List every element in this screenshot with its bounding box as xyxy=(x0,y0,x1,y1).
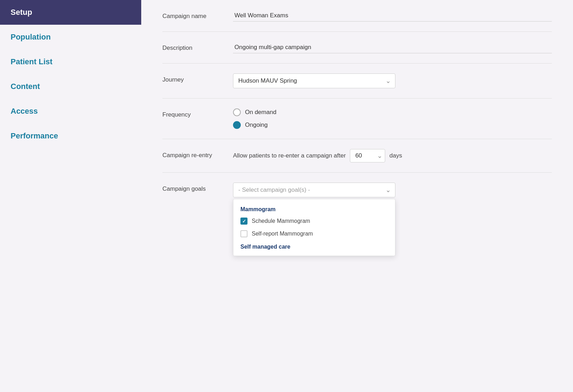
journey-label: Journey xyxy=(162,73,233,83)
sidebar-item-setup[interactable]: Setup xyxy=(0,0,141,25)
goals-dropdown: - Select campaign goal(s) - ⌄ Mammogram … xyxy=(233,183,395,197)
frequency-on-demand[interactable]: On demand xyxy=(233,108,552,116)
campaign-name-field xyxy=(233,10,552,22)
reentry-days-wrapper: 60 ⌄ xyxy=(350,149,385,162)
goals-field: - Select campaign goal(s) - ⌄ Mammogram … xyxy=(233,183,552,197)
journey-section: Journey Hudson MAUV Spring ⌄ xyxy=(162,64,552,99)
reentry-suffix: days xyxy=(389,152,402,159)
journey-field: Hudson MAUV Spring ⌄ xyxy=(233,73,552,88)
goals-option-schedule-mammogram-label: Schedule Mammogram xyxy=(252,218,310,224)
frequency-radio-group: On demand Ongoing xyxy=(233,108,552,129)
campaign-name-section: Campaign name xyxy=(162,0,552,32)
sidebar-label-performance: Performance xyxy=(11,131,58,140)
description-section: Description xyxy=(162,32,552,64)
radio-on-demand-icon xyxy=(233,108,241,116)
goals-group-mammogram-label: Mammogram xyxy=(233,203,395,215)
reentry-field: Allow patients to re-enter a campaign af… xyxy=(233,149,552,162)
main-content: Campaign name Description Journey Hudson… xyxy=(141,0,573,392)
sidebar-item-content[interactable]: Content xyxy=(0,74,141,99)
sidebar-item-access[interactable]: Access xyxy=(0,99,141,124)
goals-chevron-icon: ⌄ xyxy=(386,186,391,194)
goals-placeholder: - Select campaign goal(s) - xyxy=(238,186,310,193)
sidebar-label-setup: Setup xyxy=(11,8,32,17)
sidebar-item-population[interactable]: Population xyxy=(0,25,141,49)
reentry-days-value: 60 xyxy=(355,152,362,159)
reentry-section: Campaign re-entry Allow patients to re-e… xyxy=(162,139,552,173)
goals-trigger[interactable]: - Select campaign goal(s) - ⌄ xyxy=(233,183,395,197)
sidebar-label-population: Population xyxy=(11,32,51,41)
goals-option-schedule-mammogram[interactable]: Schedule Mammogram xyxy=(233,215,395,227)
description-input[interactable] xyxy=(233,42,552,53)
reentry-text: Allow patients to re-enter a campaign af… xyxy=(233,152,346,159)
reentry-label: Campaign re-entry xyxy=(162,149,233,159)
frequency-section: Frequency On demand Ongoing xyxy=(162,99,552,139)
journey-value: Hudson MAUV Spring xyxy=(233,74,395,88)
reentry-row: Allow patients to re-enter a campaign af… xyxy=(233,149,552,162)
journey-select[interactable]: Hudson MAUV Spring ⌄ xyxy=(233,73,395,88)
description-field xyxy=(233,42,552,53)
radio-on-demand-label: On demand xyxy=(245,109,276,116)
goals-label: Campaign goals xyxy=(162,183,233,192)
reentry-days-select[interactable]: 60 xyxy=(350,149,385,162)
frequency-field: On demand Ongoing xyxy=(233,108,552,129)
frequency-label: Frequency xyxy=(162,108,233,118)
checkbox-schedule-mammogram[interactable] xyxy=(240,218,247,225)
goals-panel: Mammogram Schedule Mammogram Self-report… xyxy=(233,199,395,256)
radio-ongoing-label: Ongoing xyxy=(245,121,268,129)
checkbox-self-report-mammogram[interactable] xyxy=(240,230,247,237)
radio-ongoing-icon xyxy=(233,121,241,129)
goals-option-self-report-mammogram[interactable]: Self-report Mammogram xyxy=(233,227,395,240)
description-label: Description xyxy=(162,42,233,52)
sidebar-item-performance[interactable]: Performance xyxy=(0,124,141,148)
sidebar-label-content: Content xyxy=(11,82,40,91)
frequency-ongoing[interactable]: Ongoing xyxy=(233,121,552,129)
sidebar-label-access: Access xyxy=(11,107,38,115)
sidebar-item-patient-list[interactable]: Patient List xyxy=(0,49,141,74)
goals-section: Campaign goals - Select campaign goal(s)… xyxy=(162,173,552,207)
goals-group-self-managed-label: Self managed care xyxy=(233,240,395,252)
sidebar: Setup Population Patient List Content Ac… xyxy=(0,0,141,392)
goals-option-self-report-mammogram-label: Self-report Mammogram xyxy=(252,231,313,237)
sidebar-label-patient-list: Patient List xyxy=(11,57,53,66)
campaign-name-input[interactable] xyxy=(233,10,552,22)
campaign-name-label: Campaign name xyxy=(162,10,233,20)
